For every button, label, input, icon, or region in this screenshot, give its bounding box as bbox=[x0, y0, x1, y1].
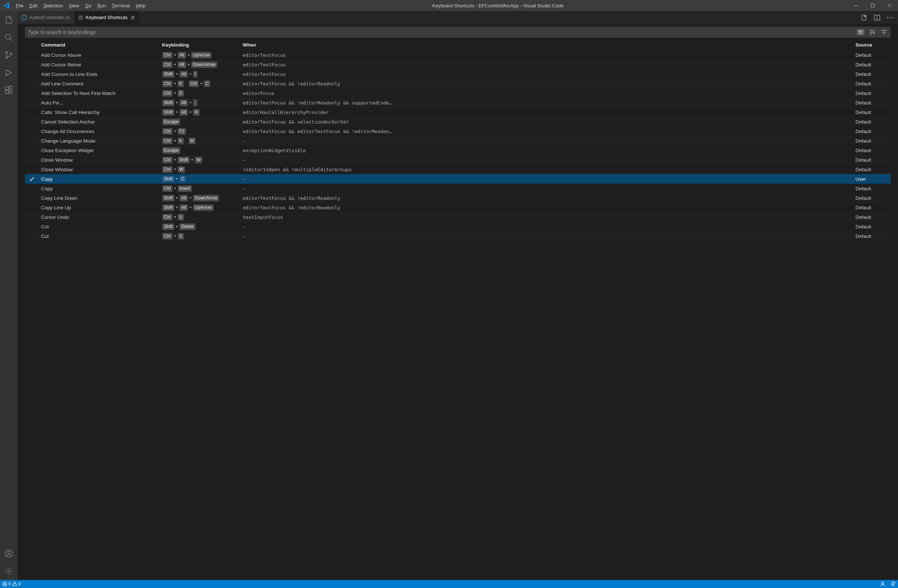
command-cell: Calls: Show Call Hierarchy bbox=[40, 109, 161, 116]
status-feedback[interactable] bbox=[878, 581, 888, 587]
svg-point-19 bbox=[892, 17, 893, 18]
edit-keybinding-icon bbox=[25, 159, 40, 161]
settings-gear-icon[interactable] bbox=[0, 562, 18, 580]
status-notifications[interactable] bbox=[888, 581, 898, 587]
maximize-button[interactable] bbox=[864, 0, 881, 11]
when-cell: editorTextFocus && editorTextFocus && !e… bbox=[241, 128, 854, 135]
svg-point-28 bbox=[893, 582, 895, 583]
table-row[interactable]: Cursor UndoCtrl+UtextInputFocusDefault bbox=[25, 212, 891, 222]
edit-keybinding-icon bbox=[25, 207, 40, 208]
edit-keybinding-icon bbox=[25, 73, 40, 75]
svg-rect-23 bbox=[861, 31, 861, 32]
table-row[interactable]: Calls: Show Call HierarchyShift+Alt+Hedi… bbox=[25, 107, 891, 117]
extensions-icon[interactable] bbox=[0, 81, 18, 99]
col-source[interactable]: Source bbox=[854, 41, 891, 48]
table-row[interactable]: Add Cursor BelowCtrl+Alt+DownArroweditor… bbox=[25, 60, 891, 69]
command-cell: Copy Line Up bbox=[40, 204, 161, 211]
menu-view[interactable]: View bbox=[66, 0, 82, 11]
menu-run[interactable]: Run bbox=[94, 0, 109, 11]
table-row[interactable]: CopyCtrl+Insert—Default bbox=[25, 184, 891, 193]
table-row[interactable]: Add Cursors to Line EndsShift+Alt+Iedito… bbox=[25, 69, 891, 79]
table-row[interactable]: Cancel Selection AnchorEscapeeditorTextF… bbox=[25, 117, 891, 126]
edit-keybinding-icon[interactable] bbox=[25, 175, 40, 183]
svg-point-12 bbox=[8, 551, 10, 554]
menu-file[interactable]: File bbox=[13, 0, 26, 11]
explorer-icon[interactable] bbox=[0, 11, 18, 29]
search-icon[interactable] bbox=[0, 29, 18, 46]
close-button[interactable] bbox=[881, 0, 898, 11]
filter-icon[interactable] bbox=[880, 29, 888, 36]
table-row[interactable]: Close WindowCtrl+Shift+W—Default bbox=[25, 155, 891, 164]
search-input[interactable] bbox=[28, 29, 857, 35]
svg-rect-0 bbox=[854, 6, 858, 6]
table-row[interactable]: Change Language ModeCtrl+KM—Default bbox=[25, 136, 891, 146]
table-row[interactable]: Copy Line UpShift+Alt+UpArroweditorTextF… bbox=[25, 203, 891, 212]
table-row[interactable]: Add Selection To Next Find MatchCtrl+Ded… bbox=[25, 88, 891, 98]
col-when[interactable]: When bbox=[241, 41, 854, 48]
table-row[interactable]: CutCtrl+X—Default bbox=[25, 231, 891, 241]
menu-go[interactable]: Go bbox=[82, 0, 94, 11]
table-row[interactable]: Change All OccurrencesCtrl+F2editorTextF… bbox=[25, 126, 891, 136]
tab-authorcontroller[interactable]: C AuthorController.cs bbox=[18, 11, 74, 24]
source-cell: Default bbox=[854, 90, 891, 97]
minimize-button[interactable] bbox=[847, 0, 864, 11]
menu-selection[interactable]: Selection bbox=[40, 0, 66, 11]
when-cell: editorTextFocus && !editorReadonly bbox=[241, 80, 854, 87]
table-row[interactable]: Close Exception WidgetEscapeexceptionWid… bbox=[25, 146, 891, 155]
svg-rect-21 bbox=[858, 31, 859, 32]
when-cell: editorTextFocus && !editorReadonly bbox=[241, 195, 854, 202]
tab-keyboard-shortcuts[interactable]: Keyboard Shortcuts bbox=[74, 11, 140, 24]
table-row[interactable]: CutShift+Delete—Default bbox=[25, 222, 891, 231]
keybinding-search-bar bbox=[25, 27, 891, 38]
more-actions-icon[interactable] bbox=[886, 14, 894, 21]
source-cell: Default bbox=[854, 214, 891, 221]
col-command[interactable]: Command bbox=[40, 41, 161, 48]
status-bar: 0 0 bbox=[0, 580, 898, 588]
command-cell: Cursor Undo bbox=[40, 214, 161, 221]
editor-column: C AuthorController.cs Keyboard Shortcuts bbox=[18, 11, 898, 580]
source-cell: Default bbox=[854, 80, 891, 87]
svg-rect-7 bbox=[6, 87, 8, 90]
table-row[interactable]: Copy Line DownShift+Alt+DownArroweditorT… bbox=[25, 193, 891, 203]
svg-point-17 bbox=[887, 17, 889, 18]
when-cell: editorTextFocus bbox=[241, 71, 854, 78]
warning-icon bbox=[12, 582, 17, 586]
when-cell: — bbox=[241, 223, 854, 230]
svg-rect-10 bbox=[9, 86, 12, 89]
status-problems[interactable]: 0 0 bbox=[0, 580, 23, 588]
close-icon[interactable] bbox=[130, 15, 136, 20]
keybindings-table: Command Keybinding When Source Add Curso… bbox=[25, 40, 891, 580]
table-body[interactable]: Add Cursor AboveCtrl+Alt+UpArroweditorTe… bbox=[25, 50, 891, 241]
edit-keybinding-icon bbox=[25, 92, 40, 94]
table-row[interactable]: Auto Fix...Shift+Alt+.editorTextFocus &&… bbox=[25, 98, 891, 107]
table-row[interactable]: Add Cursor AboveCtrl+Alt+UpArroweditorTe… bbox=[25, 50, 891, 60]
table-row[interactable]: CopyShift+C—User bbox=[25, 174, 891, 184]
keybinding-cell: Shift+Alt+I bbox=[161, 70, 241, 78]
svg-point-27 bbox=[881, 582, 883, 584]
edit-keybinding-icon bbox=[25, 169, 40, 170]
menu-help[interactable]: Help bbox=[133, 0, 149, 11]
col-keybinding[interactable]: Keybinding bbox=[161, 41, 241, 48]
menu-terminal[interactable]: Terminal bbox=[109, 0, 133, 11]
source-cell: Default bbox=[854, 118, 891, 125]
split-editor-icon[interactable] bbox=[873, 14, 881, 21]
svg-point-18 bbox=[890, 17, 891, 18]
command-cell: Change Language Mode bbox=[40, 137, 161, 144]
record-keys-icon[interactable] bbox=[857, 29, 864, 36]
command-cell: Auto Fix... bbox=[40, 99, 161, 106]
run-debug-icon[interactable] bbox=[0, 64, 18, 81]
source-control-icon[interactable] bbox=[0, 46, 18, 64]
open-keybindings-json-icon[interactable] bbox=[860, 14, 868, 21]
source-cell: Default bbox=[854, 166, 891, 173]
source-cell: Default bbox=[854, 61, 891, 68]
table-row[interactable]: Add Line CommentCtrl+KCtrl+CeditorTextFo… bbox=[25, 79, 891, 88]
accounts-icon[interactable] bbox=[0, 545, 18, 562]
command-cell: Copy bbox=[40, 185, 161, 192]
table-row[interactable]: Close WindowCtrl+W!editorIsOpen && !mult… bbox=[25, 164, 891, 174]
when-cell: — bbox=[241, 176, 854, 183]
sort-precedence-icon[interactable] bbox=[869, 29, 876, 36]
keybinding-cell: Ctrl+X bbox=[161, 232, 241, 241]
command-cell: Close Exception Widget bbox=[40, 147, 161, 154]
edit-keybinding-icon bbox=[25, 235, 40, 237]
menu-edit[interactable]: Edit bbox=[26, 0, 40, 11]
